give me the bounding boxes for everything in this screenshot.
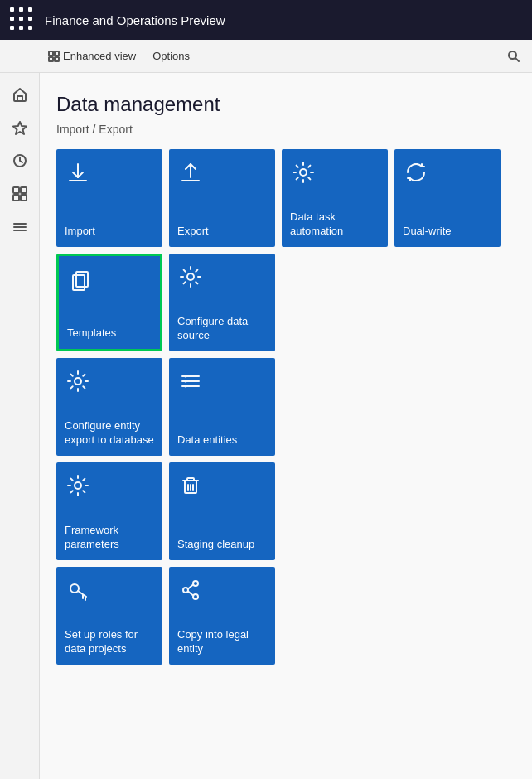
copy-icon	[69, 268, 92, 296]
tile-set-up-roles-label: Set up roles for data projects	[65, 628, 154, 656]
svg-rect-6	[17, 96, 22, 101]
sidebar-recent-icon[interactable]	[5, 146, 35, 176]
svg-rect-3	[55, 57, 59, 61]
tile-row-3: Configure entity export to database Data…	[56, 358, 515, 456]
main-content: Data management Import / Export Import	[40, 73, 532, 779]
tile-staging-cleanup[interactable]: Staging cleanup	[169, 462, 275, 560]
svg-rect-1	[55, 51, 59, 56]
tile-data-task-automation[interactable]: Data task automation	[282, 149, 388, 247]
trash-icon	[179, 474, 202, 502]
tile-import-label: Import	[65, 225, 95, 239]
sidebar-home-icon[interactable]	[5, 80, 35, 109]
gear-automation-icon	[292, 161, 315, 189]
download-icon	[66, 161, 89, 189]
key-icon	[66, 578, 89, 607]
tile-configure-data-source[interactable]: Configure data source	[169, 254, 275, 351]
svg-point-30	[185, 385, 187, 388]
tile-row-4: Framework parameters Staging cleanup	[56, 462, 515, 560]
tile-configure-entity-export[interactable]: Configure entity export to database	[56, 358, 162, 456]
layout: Data management Import / Export Import	[0, 73, 532, 779]
tile-framework-parameters-label: Framework parameters	[65, 524, 154, 552]
svg-line-43	[188, 585, 193, 589]
svg-rect-11	[13, 195, 19, 201]
svg-point-23	[187, 273, 194, 280]
top-bar: Finance and Operations Preview	[0, 0, 532, 40]
svg-rect-9	[13, 187, 19, 193]
search-button[interactable]	[502, 45, 525, 68]
tile-copy-into-legal-entity[interactable]: Copy into legal entity	[169, 567, 275, 665]
tile-data-entities-label: Data entities	[177, 433, 237, 448]
list-icon	[179, 370, 202, 398]
options-label: Options	[152, 50, 190, 62]
sync-icon	[404, 161, 428, 189]
tile-templates[interactable]: Templates	[56, 254, 162, 351]
tile-import[interactable]: Import	[56, 149, 162, 247]
toolbar: Enhanced view Options	[0, 40, 532, 73]
tile-row-2: Templates Configure data source	[56, 254, 515, 351]
tile-export[interactable]: Export	[169, 149, 275, 247]
options-button[interactable]: Options	[146, 46, 196, 65]
app-grid-icon[interactable]	[10, 7, 35, 32]
svg-point-40	[193, 581, 198, 586]
page-title: Data management	[56, 93, 515, 116]
tile-framework-parameters[interactable]: Framework parameters	[56, 462, 162, 560]
section-title: Import / Export	[56, 123, 515, 136]
tile-dual-write[interactable]: Dual-write	[394, 149, 501, 247]
svg-rect-0	[49, 51, 53, 56]
tile-templates-label: Templates	[67, 327, 116, 341]
gear-entity-icon	[66, 370, 89, 398]
svg-rect-2	[49, 57, 53, 61]
svg-line-44	[188, 592, 193, 596]
enhanced-view-label: Enhanced view	[63, 50, 136, 62]
svg-rect-21	[76, 272, 88, 287]
tile-row-1: Import Export	[56, 149, 515, 247]
tile-configure-entity-export-label: Configure entity export to database	[65, 419, 154, 448]
gear-datasource-icon	[179, 265, 202, 293]
tile-staging-cleanup-label: Staging cleanup	[177, 538, 254, 552]
svg-point-20	[300, 169, 307, 176]
sidebar	[0, 73, 40, 779]
svg-rect-12	[21, 195, 27, 201]
tile-export-label: Export	[177, 225, 209, 239]
svg-point-28	[185, 375, 187, 378]
svg-point-31	[75, 482, 81, 489]
svg-rect-10	[21, 187, 27, 193]
svg-point-42	[193, 594, 198, 599]
svg-marker-7	[13, 122, 27, 134]
sidebar-favorites-icon[interactable]	[5, 113, 35, 143]
share-icon	[179, 578, 202, 607]
tile-set-up-roles[interactable]: Set up roles for data projects	[56, 567, 162, 665]
svg-rect-22	[73, 275, 85, 290]
tile-data-task-automation-label: Data task automation	[290, 210, 380, 239]
sidebar-modules-icon[interactable]	[5, 212, 35, 242]
tile-configure-data-source-label: Configure data source	[177, 315, 267, 343]
gear-framework-icon	[66, 474, 89, 502]
tile-dual-write-label: Dual-write	[403, 225, 452, 239]
svg-point-29	[185, 380, 187, 383]
tile-data-entities[interactable]: Data entities	[169, 358, 275, 456]
tile-row-5: Set up roles for data projects Copy into…	[56, 567, 515, 665]
tile-copy-into-legal-entity-label: Copy into legal entity	[177, 628, 267, 656]
sidebar-workspaces-icon[interactable]	[5, 179, 35, 209]
svg-point-41	[183, 588, 188, 593]
svg-point-24	[75, 378, 81, 385]
svg-line-5	[515, 58, 519, 61]
app-title: Finance and Operations Preview	[45, 13, 522, 27]
upload-icon	[179, 161, 202, 189]
enhanced-view-button[interactable]: Enhanced view	[41, 46, 143, 65]
